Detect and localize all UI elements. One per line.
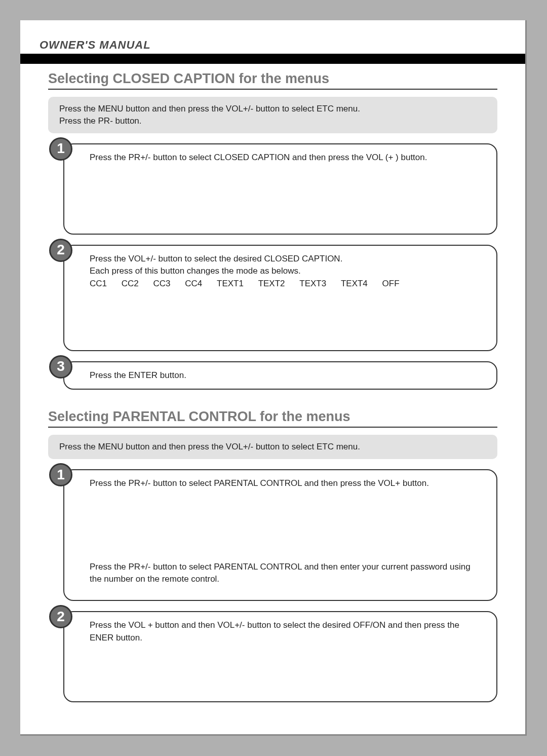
step-box: 1 Press the PR+/- button to select CLOSE… [63, 143, 497, 235]
step-text: Press the PR+/- button to select PARENTA… [90, 477, 484, 490]
step-number-badge: 1 [49, 463, 72, 486]
mode-option: CC2 [122, 278, 139, 290]
mode-option: OFF [382, 278, 400, 290]
step-box: 2 Press the VOL+/- button to select the … [63, 245, 497, 351]
step-number-badge: 2 [49, 239, 72, 262]
step-number-badge: 3 [49, 355, 72, 379]
intro-box-closed-caption: Press the MENU button and then press the… [48, 97, 497, 133]
page-content: Selecting CLOSED CAPTION for the menus P… [48, 71, 497, 719]
mode-option: CC3 [153, 278, 171, 290]
step-number-badge: 1 [49, 137, 72, 161]
mode-option: TEXT3 [299, 278, 326, 290]
intro-box-parental-control: Press the MENU button and then press the… [48, 435, 497, 459]
step-text: Press the VOL+/- button to select the de… [90, 253, 484, 266]
header-divider-bar [20, 54, 525, 64]
section-title-closed-caption: Selecting CLOSED CAPTION for the menus [48, 71, 497, 90]
mode-list: CC1 CC2 CC3 CC4 TEXT1 TEXT2 TEXT3 TEXT4 … [90, 278, 484, 290]
intro-line: Press the MENU button and then press the… [59, 103, 486, 115]
section-title-parental-control: Selecting PARENTAL CONTROL for the menus [48, 409, 497, 428]
intro-line: Press the MENU button and then press the… [59, 441, 486, 453]
mode-option: TEXT4 [341, 278, 368, 290]
step-text: Press the VOL + button and then VOL+/- b… [90, 619, 484, 644]
mode-option: CC4 [185, 278, 202, 290]
step-text: Press the PR+/- button to select PARENTA… [90, 561, 484, 586]
step-text: Press the ENTER button. [90, 369, 484, 382]
step-text: Press the PR+/- button to select CLOSED … [90, 152, 484, 164]
step-box: 2 Press the VOL + button and then VOL+/-… [63, 611, 497, 702]
mode-option: TEXT1 [217, 278, 244, 290]
mode-option: TEXT2 [258, 278, 285, 290]
step-box: 3 Press the ENTER button. [63, 361, 497, 390]
intro-line: Press the PR- button. [59, 115, 486, 127]
step-number-badge: 2 [49, 605, 72, 628]
step-box: 1 Press the PR+/- button to select PAREN… [63, 469, 497, 601]
mode-option: CC1 [90, 278, 107, 290]
header-label: OWNER'S MANUAL [40, 39, 151, 52]
step-text: Each press of this button changes the mo… [90, 265, 484, 278]
page: OWNER'S MANUAL Selecting CLOSED CAPTION … [20, 20, 527, 736]
